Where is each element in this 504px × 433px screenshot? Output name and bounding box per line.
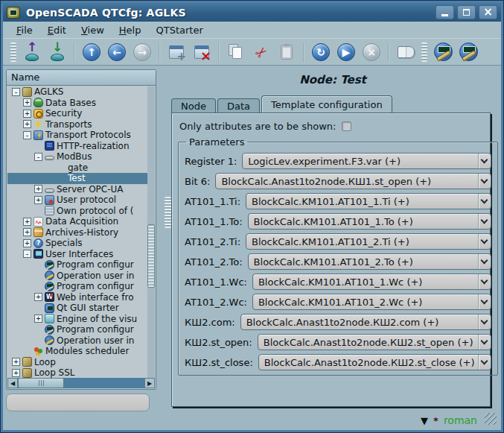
tree-expander-plus-icon[interactable]: + (23, 228, 31, 236)
param-combo-2-st-close[interactable]: BlockCalc.Anast1to2node.КШ2.st_close (+) (258, 354, 491, 370)
cut-icon[interactable]: ✂ (250, 41, 272, 63)
tree-expander-plus-icon[interactable]: + (23, 239, 31, 247)
tree-vscroll-thumb[interactable] (147, 224, 155, 288)
qtstarter-config-icon[interactable] (432, 41, 454, 63)
hscroll-right-arrow-icon[interactable]: ▶ (144, 378, 155, 388)
tree-expander-plus-icon[interactable]: + (12, 369, 20, 377)
tree-item-http-realization[interactable]: HTTP-realization (7, 141, 147, 152)
up-icon[interactable]: ↑ (80, 41, 103, 63)
hscroll-trough[interactable] (64, 378, 144, 388)
combo-dropdown-button[interactable] (478, 254, 491, 269)
param-combo-at101-1-to[interactable]: BlockCalc.KM101.AT101_1.To (+) (248, 213, 491, 230)
tree-item-user-protocol[interactable]: +User protocol (7, 195, 147, 206)
tree-horizontal-scrollbar[interactable]: ◀ ▶ (7, 378, 155, 388)
tree-item-engine-of-the-visu[interactable]: +Engine of the visu (7, 314, 147, 325)
remove-item-icon[interactable]: × (191, 41, 213, 63)
param-combo-at101-2-to[interactable]: BlockCalc.KM101.AT101_2.To (+) (248, 253, 491, 270)
tree-item-modules-scheduler[interactable]: Modules scheduler (7, 346, 147, 357)
tree-item-modbus[interactable]: -ModBus (7, 151, 147, 162)
maximize-button[interactable] (457, 5, 476, 19)
tree-item-test[interactable]: Test (7, 173, 147, 184)
combo-dropdown-button[interactable] (478, 234, 491, 249)
tree-expander-plus-icon[interactable]: + (23, 120, 31, 128)
tree-item-program-configur[interactable]: Program configur (7, 281, 147, 292)
tree-item-own-protocol-of[interactable]: Own protocol of ( (7, 206, 147, 217)
menu-help[interactable]: Help (112, 23, 149, 37)
combo-dropdown-button[interactable] (478, 335, 491, 350)
tree-item-operation-user-in[interactable]: Operation user in (7, 271, 147, 282)
tree-expander-plus-icon[interactable]: + (23, 218, 31, 226)
tree-item-web-interface-fro[interactable]: +WWeb interface fro (7, 292, 147, 303)
tree-item-archives-history[interactable]: +Archives-History (7, 227, 147, 238)
combo-dropdown-button[interactable] (478, 355, 491, 370)
tab-node[interactable]: Node (171, 98, 216, 113)
param-combo-register-1[interactable]: LogicLev.experiment.F3.var (+) (242, 153, 491, 169)
combo-dropdown-button[interactable] (478, 274, 491, 289)
tree-item-loop-ssl[interactable]: +Loop SSL (7, 367, 147, 378)
tree-vertical-scrollbar[interactable] (147, 86, 155, 378)
back-icon[interactable]: ← (106, 41, 128, 63)
tree-expander-plus-icon[interactable]: + (23, 110, 31, 118)
tree-item-security[interactable]: +Security (7, 108, 147, 119)
window-resize-grip[interactable] (485, 413, 497, 425)
tree-item-data-acquisition[interactable]: +Data Acquisition (7, 216, 147, 227)
tree-item-loop[interactable]: +Loop (7, 357, 147, 368)
param-combo-at101-1-wc[interactable]: BlockCalc.KM101.AT101_1.Wc (+) (252, 274, 491, 290)
menu-edit[interactable]: Edit (40, 23, 74, 37)
tab-data[interactable]: Data (217, 98, 260, 113)
tree-item-transports[interactable]: +Transports (7, 119, 147, 130)
tray-triangle-icon[interactable]: ▼ (421, 416, 428, 426)
qtstarter-config-2-icon[interactable] (457, 41, 479, 63)
combo-dropdown-button[interactable] (478, 194, 491, 209)
toolbar-grip[interactable] (421, 42, 427, 62)
combo-dropdown-button[interactable] (478, 174, 491, 189)
menu-qtstarter[interactable]: QTStarter (148, 23, 210, 37)
tree-expander-plus-icon[interactable]: + (34, 185, 42, 193)
reload-icon[interactable]: ↻ (310, 41, 332, 63)
tree-item-server-opc-ua[interactable]: +Server OPC-UA (7, 184, 147, 195)
menu-view[interactable]: View (74, 23, 112, 37)
save-icon[interactable]: ↓ (46, 41, 68, 63)
copy-icon[interactable] (225, 41, 247, 63)
tree-item-qt-gui-starter[interactable]: Qt GUI starter (7, 303, 147, 314)
add-item-icon[interactable]: + (165, 41, 188, 63)
tree-item-operation-user-in[interactable]: Operation user in (7, 335, 147, 347)
minimize-button[interactable] (436, 5, 454, 19)
tree-item-program-configur[interactable]: Program configur (7, 259, 147, 271)
tree-expander-plus-icon[interactable]: + (34, 315, 42, 323)
tree-expander-minus-icon[interactable]: - (34, 153, 42, 161)
tree-expander-minus-icon[interactable]: - (23, 131, 31, 139)
tree-expander-minus-icon[interactable]: - (23, 250, 31, 258)
tree-expander-minus-icon[interactable]: - (12, 88, 20, 96)
hscroll-left-arrow-icon[interactable]: ◀ (7, 378, 18, 388)
toolbar-grip[interactable] (10, 42, 16, 62)
close-button[interactable]: × (479, 5, 497, 19)
tree-item-gate[interactable]: gate (7, 162, 147, 174)
tree-expander-plus-icon[interactable]: + (23, 98, 31, 107)
bottom-edit-field[interactable] (6, 394, 150, 411)
tree-column-header-name[interactable]: Name (7, 70, 156, 86)
tree-item-data-bases[interactable]: +Data Bases (7, 98, 147, 109)
start-icon[interactable]: ▶ (335, 41, 357, 63)
tree-item-aglks[interactable]: -AGLKS (7, 86, 147, 98)
tab-template-configuration[interactable]: Template configuration (261, 95, 392, 113)
only-attrs-checkbox[interactable] (342, 121, 351, 131)
load-icon[interactable]: ↑ (21, 41, 43, 63)
param-combo-at101-2-ti[interactable]: BlockCalc.KM101.AT101_2.Ti (+) (246, 233, 491, 250)
tree-item-specials[interactable]: +?Specials (7, 238, 147, 249)
combo-dropdown-button[interactable] (478, 214, 491, 229)
param-combo-at101-1-ti[interactable]: BlockCalc.KM101.AT101_1.Ti (+) (246, 193, 491, 209)
tree-item-user-interfaces[interactable]: -User Interfaces (7, 249, 147, 260)
combo-dropdown-button[interactable] (478, 294, 491, 309)
tree-expander-plus-icon[interactable]: + (34, 293, 42, 301)
param-combo-bit-6[interactable]: BlockCalc.Anast1to2node.КШ1.st_open (+) (215, 173, 491, 189)
tree-expander-plus-icon[interactable]: + (12, 358, 20, 366)
hscroll-thumb[interactable] (18, 378, 64, 388)
param-combo-at101-2-wc[interactable]: BlockCalc.KM101.AT101_2.Wc (+) (252, 294, 491, 310)
tree-expander-plus-icon[interactable]: + (34, 196, 42, 204)
tree-item-program-configur[interactable]: Program configur (7, 324, 147, 335)
combo-dropdown-button[interactable] (478, 315, 491, 329)
menu-file[interactable]: File (9, 23, 40, 37)
combo-dropdown-button[interactable] (478, 154, 491, 168)
tree-item-transport-protocols[interactable]: -Transport Protocols (7, 130, 147, 141)
